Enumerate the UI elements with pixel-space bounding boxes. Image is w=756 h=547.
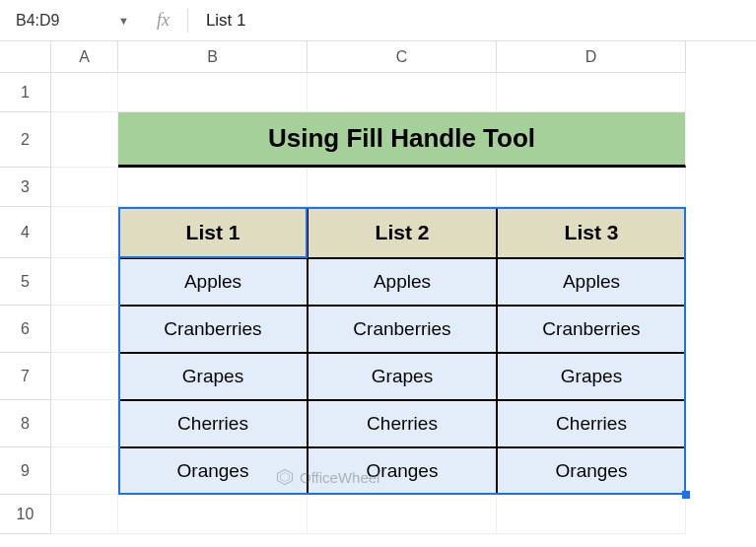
row-header-9[interactable]: 9 (0, 447, 51, 495)
cell-A9[interactable] (51, 447, 118, 495)
cell-C1[interactable] (308, 73, 497, 112)
cell-B7[interactable]: Grapes (118, 353, 308, 400)
cell-C3[interactable] (308, 168, 497, 207)
cell-B8[interactable]: Cherries (118, 400, 308, 447)
select-all-corner[interactable] (0, 41, 51, 73)
cell-A3[interactable] (51, 168, 118, 207)
cell-A2[interactable] (51, 112, 118, 168)
chevron-down-icon[interactable]: ▼ (118, 15, 129, 27)
cell-C7[interactable]: Grapes (308, 353, 497, 400)
cell-C5[interactable]: Apples (308, 258, 497, 306)
col-header-A[interactable]: A (51, 41, 118, 73)
column-headers: A B C D (51, 41, 756, 73)
cell-D10[interactable] (497, 495, 686, 534)
cell-B9[interactable]: Oranges (118, 447, 308, 495)
cell-A7[interactable] (51, 353, 118, 400)
cell-A4[interactable] (51, 207, 118, 258)
cell-D4[interactable]: List 3 (497, 207, 686, 258)
cell-D5[interactable]: Apples (497, 258, 686, 306)
cell-B10[interactable] (118, 495, 308, 534)
cell-B6[interactable]: Cranberries (118, 306, 308, 353)
col-header-C[interactable]: C (308, 41, 497, 73)
cell-C6[interactable]: Cranberries (308, 306, 497, 353)
cell-A6[interactable] (51, 306, 118, 353)
fill-handle[interactable] (682, 491, 690, 499)
row-header-7[interactable]: 7 (0, 353, 51, 400)
cell-C4[interactable]: List 2 (308, 207, 497, 258)
cell-A8[interactable] (51, 400, 118, 447)
cell-C9[interactable]: Oranges (308, 447, 497, 495)
cell-A1[interactable] (51, 73, 118, 112)
cell-B5[interactable]: Apples (118, 258, 308, 306)
spreadsheet: 1 2 3 4 5 6 7 8 9 10 A B C D Usin (0, 41, 756, 547)
cell-B4[interactable]: List 1 (118, 207, 308, 258)
row-header-3[interactable]: 3 (0, 168, 51, 207)
fx-label: fx (157, 10, 170, 31)
title-cell[interactable]: Using Fill Handle Tool (118, 112, 686, 168)
col-header-D[interactable]: D (497, 41, 686, 73)
cell-D8[interactable]: Cherries (497, 400, 686, 447)
name-box[interactable]: B4:D9 (10, 12, 118, 30)
row-header-1[interactable]: 1 (0, 73, 51, 112)
grid[interactable]: A B C D Using Fill Handle Tool List 1 (51, 41, 756, 547)
row-header-4[interactable]: 4 (0, 207, 51, 258)
formula-input[interactable]: List 1 (206, 11, 246, 31)
cell-C10[interactable] (308, 495, 497, 534)
row-header-6[interactable]: 6 (0, 306, 51, 353)
cell-A5[interactable] (51, 258, 118, 306)
row-header-10[interactable]: 10 (0, 495, 51, 534)
separator (187, 9, 188, 33)
col-header-B[interactable]: B (118, 41, 308, 73)
cell-C8[interactable]: Cherries (308, 400, 497, 447)
cell-B3[interactable] (118, 168, 308, 207)
cell-B1[interactable] (118, 73, 308, 112)
row-headers: 1 2 3 4 5 6 7 8 9 10 (0, 73, 51, 534)
cell-D9[interactable]: Oranges (497, 447, 686, 495)
row-header-8[interactable]: 8 (0, 400, 51, 447)
cell-D1[interactable] (497, 73, 686, 112)
cell-D7[interactable]: Grapes (497, 353, 686, 400)
row-header-2[interactable]: 2 (0, 112, 51, 168)
cell-A10[interactable] (51, 495, 118, 534)
row-header-5[interactable]: 5 (0, 258, 51, 306)
cell-D3[interactable] (497, 168, 686, 207)
cell-D6[interactable]: Cranberries (497, 306, 686, 353)
formula-bar: B4:D9 ▼ fx List 1 (0, 0, 756, 41)
